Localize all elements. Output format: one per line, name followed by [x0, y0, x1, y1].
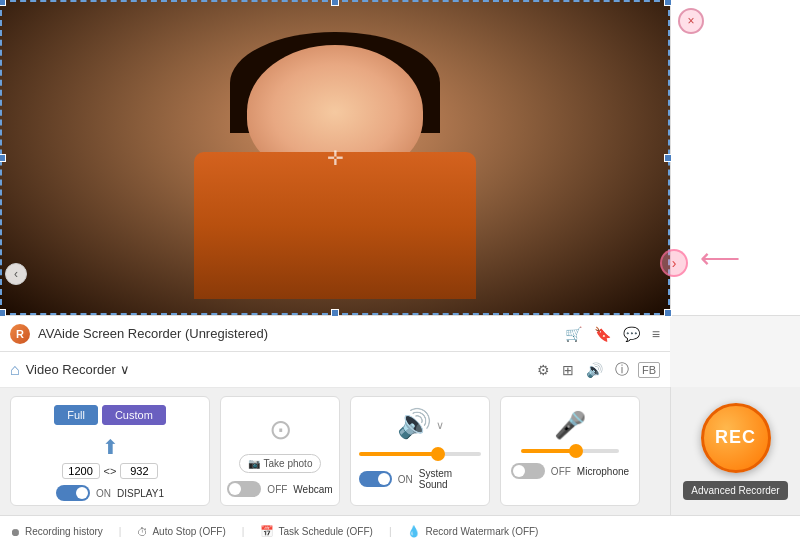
home-icon[interactable]: ⌂: [10, 361, 20, 379]
cart-icon[interactable]: 🛒: [565, 326, 582, 342]
menu-icon[interactable]: ≡: [652, 326, 660, 342]
separator3: |: [389, 526, 392, 537]
full-button[interactable]: Full: [54, 405, 98, 425]
mic-icon-container: 🎤: [550, 405, 590, 445]
task-schedule-label: Task Schedule (OFF): [278, 526, 372, 537]
watermark-label: Record Watermark (OFF): [425, 526, 538, 537]
video-preview: ✛: [0, 0, 670, 315]
recorder-selector[interactable]: Video Recorder ∨: [26, 362, 130, 377]
mic-toggle-row: OFF Microphone: [511, 463, 629, 479]
display-toggle-row: ON DISPLAY1: [56, 485, 164, 501]
expand-right-button[interactable]: ›: [660, 249, 688, 277]
video-content: [134, 32, 536, 300]
info-icon[interactable]: ⓘ: [612, 359, 632, 381]
display-toggle[interactable]: [56, 485, 90, 501]
watermark-item[interactable]: 💧 Record Watermark (OFF): [407, 525, 538, 538]
sound-toggle[interactable]: [359, 471, 392, 487]
settings-icon[interactable]: ⚙: [534, 360, 553, 380]
app-logo: R: [10, 324, 30, 344]
task-schedule-icon: 📅: [260, 525, 274, 538]
swap-icon[interactable]: <>: [104, 465, 117, 477]
separator1: |: [119, 526, 122, 537]
mic-toggle[interactable]: [511, 463, 545, 479]
size-buttons: Full Custom: [54, 405, 166, 425]
separator2: |: [242, 526, 245, 537]
speaker-icon: 🔊: [397, 407, 432, 440]
arrow-right-indicator: ⟵: [700, 242, 740, 275]
webcam-toggle-label: OFF: [267, 484, 287, 495]
auto-stop-item[interactable]: ⏱ Auto Stop (OFF): [137, 526, 225, 538]
mic-icon: 🎤: [554, 410, 586, 441]
mic-volume-slider[interactable]: [521, 449, 619, 453]
screen-card: Full Custom ⬆ <> ON DISPLAY1: [10, 396, 210, 506]
advanced-recorder-button[interactable]: Advanced Recorder: [683, 481, 787, 500]
recorder-type-label: Video Recorder: [26, 362, 116, 377]
recording-history-label: Recording history: [25, 526, 103, 537]
mic-toggle-label: OFF: [551, 466, 571, 477]
task-schedule-item[interactable]: 📅 Task Schedule (OFF): [260, 525, 372, 538]
height-input[interactable]: [120, 463, 158, 479]
toggle-on-label: ON: [96, 488, 111, 499]
recording-history-item[interactable]: ⏺ Recording history: [10, 526, 103, 538]
volume-slider[interactable]: [359, 452, 481, 456]
left-collapse-button[interactable]: ‹: [5, 263, 27, 285]
microphone-card: 🎤 OFF Microphone: [500, 396, 640, 506]
grid-icon[interactable]: ⊞: [559, 360, 577, 380]
width-input[interactable]: [62, 463, 100, 479]
auto-stop-icon: ⏱: [137, 526, 148, 538]
custom-button[interactable]: Custom: [102, 405, 166, 425]
sound-toggle-label: ON: [398, 474, 413, 485]
sound-icon-row: 🔊 ∨: [397, 405, 444, 446]
recording-area: Full Custom ⬆ <> ON DISPLAY1 ⊙ 📷 T: [0, 388, 670, 516]
logo-letter: R: [16, 328, 24, 340]
right-recording-panel: REC Advanced Recorder: [670, 387, 800, 515]
mic-label: Microphone: [577, 466, 629, 477]
webcam-label: Webcam: [293, 484, 332, 495]
take-photo-button[interactable]: 📷 Take photo: [239, 454, 322, 473]
webcam-icon: ⊙: [269, 413, 292, 446]
toolbar: ⌂ Video Recorder ∨ ⚙ ⊞ 🔊 ⓘ FB: [0, 352, 670, 388]
titlebar: R AVAide Screen Recorder (Unregistered) …: [0, 316, 670, 352]
display1-label: DISPLAY1: [117, 488, 164, 499]
chat-icon[interactable]: 💬: [623, 326, 640, 342]
titlebar-actions: 🛒 🔖 💬 ≡: [565, 326, 660, 342]
status-bar: ⏺ Recording history | ⏱ Auto Stop (OFF) …: [0, 515, 800, 547]
webcam-toggle-row: OFF Webcam: [227, 481, 332, 497]
bookmark-icon[interactable]: 🔖: [594, 326, 611, 342]
recording-history-icon: ⏺: [10, 526, 21, 538]
recorder-chevron: ∨: [120, 362, 130, 377]
volume-icon[interactable]: 🔊: [583, 360, 606, 380]
sound-dropdown-chevron[interactable]: ∨: [436, 419, 444, 432]
sound-label: System Sound: [419, 468, 481, 490]
take-photo-label: Take photo: [264, 458, 313, 469]
dimensions-row: <>: [62, 463, 159, 479]
rec-label: REC: [715, 427, 756, 448]
auto-stop-label: Auto Stop (OFF): [152, 526, 225, 537]
webcam-toggle[interactable]: [227, 481, 261, 497]
right-nav-area: ›: [660, 249, 688, 277]
fb-icon[interactable]: FB: [638, 362, 660, 378]
take-photo-camera-icon: 📷: [248, 458, 260, 469]
watermark-icon: 💧: [407, 525, 421, 538]
rec-button[interactable]: REC: [701, 403, 771, 473]
sound-toggle-row: ON System Sound: [359, 468, 481, 490]
app-title: AVAide Screen Recorder (Unregistered): [38, 326, 565, 341]
close-top-right-button[interactable]: ×: [678, 8, 704, 34]
system-sound-card: 🔊 ∨ ON System Sound: [350, 396, 490, 506]
upload-arrow-icon: ⬆: [102, 435, 119, 459]
webcam-card: ⊙ 📷 Take photo OFF Webcam: [220, 396, 340, 506]
